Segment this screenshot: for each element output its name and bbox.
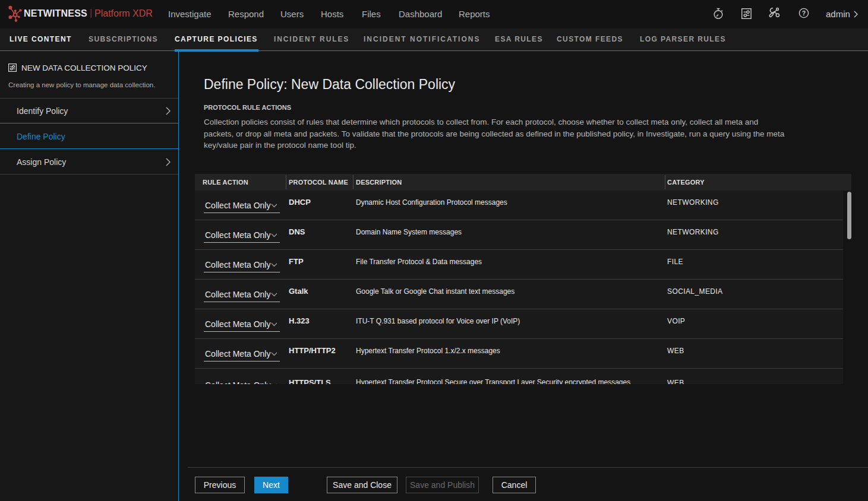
svg-text:?: ? — [802, 9, 806, 17]
